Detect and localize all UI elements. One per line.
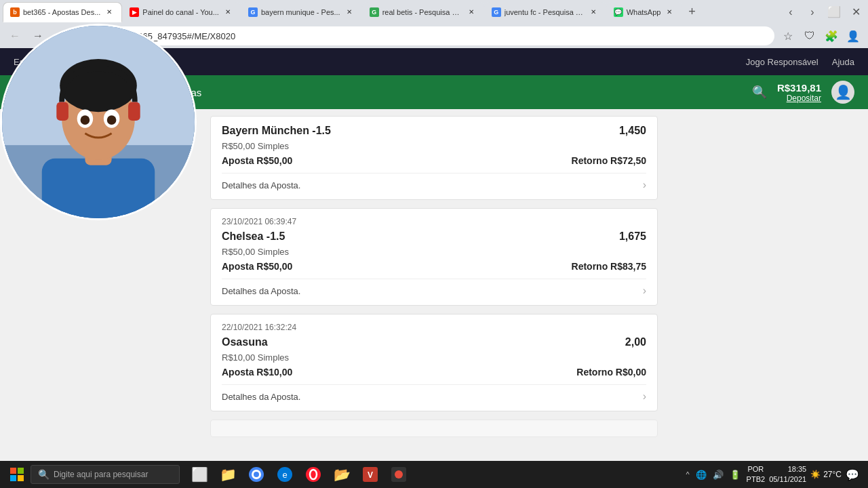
nav-jogo-responsavel[interactable]: Jogo Responsável: [746, 57, 818, 67]
notification-icon[interactable]: 💬: [846, 468, 859, 481]
svg-point-20: [254, 472, 259, 477]
tab-youtube[interactable]: ▶ Painel do canal - You... ✕: [122, 2, 241, 22]
tab-favicon-google3: G: [492, 7, 501, 17]
taskbar-lang-bottom: PTB2: [747, 474, 766, 485]
bet-odds-2: 1,675: [619, 230, 646, 243]
bookmark-icon[interactable]: ☆: [778, 26, 797, 45]
battery-icon[interactable]: 🔋: [728, 468, 743, 481]
tab-close-google3[interactable]: ✕: [588, 7, 599, 18]
taskbar: 🔍 Digite aqui para pesquisar ⬜ 📁 e: [0, 461, 868, 488]
tab-close-youtube[interactable]: ✕: [222, 7, 233, 18]
deposit-button[interactable]: Depositar: [787, 94, 821, 103]
tab-strip-right-btn[interactable]: ›: [803, 3, 822, 22]
balance-amount: R$319,81: [777, 82, 821, 94]
extensions-icon[interactable]: 🧩: [822, 26, 841, 45]
chrome-icon: [249, 467, 264, 482]
green-nav-right: 🔍 R$319,81 Depositar 👤: [752, 81, 854, 104]
svg-rect-14: [10, 468, 16, 474]
taskbar-file-explorer[interactable]: 📁: [215, 462, 241, 487]
tab-bar: b bet365 - Apostas Des... ✕ ▶ Painel do …: [0, 0, 868, 24]
tab-label-google2: real betis - Pesquisa G...: [382, 8, 462, 16]
taskbar-language: POR PTB2: [747, 464, 766, 485]
bet-details-arrow-3: ›: [643, 390, 646, 403]
taskbar-folder[interactable]: 📂: [329, 462, 355, 487]
bet-team-2: Chelsea -1.5: [222, 230, 285, 243]
balance-area: R$319,81 Depositar: [777, 82, 821, 103]
bet-odds-1: 1,450: [619, 125, 646, 137]
weather-temp: 27°C: [823, 470, 842, 479]
webcam-placeholder: [2, 26, 195, 218]
tab-label-google1: bayern munique - Pes...: [261, 8, 340, 16]
opera-icon: [306, 467, 321, 482]
shield-icon[interactable]: 🛡: [800, 26, 819, 45]
tab-favicon-youtube: ▶: [130, 7, 139, 17]
tab-google2[interactable]: G real betis - Pesquisa G... ✕: [362, 2, 484, 22]
svg-point-10: [81, 115, 90, 125]
bet-details-row-2[interactable]: Detalhes da Aposta. ›: [222, 279, 646, 297]
tab-google3[interactable]: G juventu fc - Pesquisa G... ✕: [484, 2, 606, 22]
taskbar-clock[interactable]: 18:35 05/11/2021: [769, 464, 806, 485]
tab-label-whatsapp: WhatsApp: [627, 8, 661, 16]
bet-team-row-3: Osasuna 2,00: [222, 336, 646, 348]
speaker-icon[interactable]: 🔊: [711, 468, 726, 481]
bet-aposta-1: Aposta R$50,00: [222, 155, 292, 166]
bet-card-3: 22/10/2021 16:32:24 Osasuna 2,00 R$10,00…: [210, 314, 658, 411]
tab-close-google1[interactable]: ✕: [344, 7, 355, 18]
network-icon[interactable]: 🌐: [694, 468, 709, 481]
taskbar-chrome[interactable]: [243, 462, 269, 487]
taskbar-search-icon: 🔍: [38, 469, 50, 480]
svg-rect-13: [128, 102, 140, 121]
bet-details-arrow-1: ›: [643, 179, 646, 191]
bet-details-row-3[interactable]: Detalhes da Aposta. ›: [222, 384, 646, 403]
bet-retorno-2: Retorno R$83,75: [572, 261, 646, 272]
bet-retorno-1: Retorno R$72,50: [572, 155, 646, 166]
profile-icon[interactable]: 👤: [844, 26, 863, 45]
bet-date-2: 23/10/2021 06:39:47: [222, 217, 646, 226]
taskbar-lang-top: POR: [747, 464, 766, 474]
svg-text:V: V: [368, 470, 373, 480]
bet-details-row-1[interactable]: Detalhes da Aposta. ›: [222, 173, 646, 191]
bet-amounts-2: Aposta R$50,00 Retorno R$83,75: [222, 261, 646, 272]
tab-bet365[interactable]: b bet365 - Apostas Des... ✕: [3, 2, 122, 22]
bet-retorno-3: Retorno R$0,00: [576, 367, 646, 378]
bet-details-label-2: Detalhes da Aposta.: [222, 286, 300, 296]
tab-close-whatsapp[interactable]: ✕: [664, 7, 675, 18]
search-icon[interactable]: 🔍: [752, 85, 767, 100]
taskbar-search-text: Digite aqui para pesquisar: [54, 470, 148, 479]
tab-whatsapp[interactable]: 💬 WhatsApp ✕: [606, 2, 683, 22]
address-input[interactable]: [75, 26, 774, 45]
tab-favicon-google2: G: [370, 7, 379, 17]
svg-rect-15: [18, 468, 24, 474]
bet-odds-3: 2,00: [625, 336, 646, 348]
new-tab-button[interactable]: +: [682, 3, 701, 22]
bet-details-label-1: Detalhes da Aposta.: [222, 180, 300, 190]
tab-label-google3: juventu fc - Pesquisa G...: [505, 8, 585, 16]
bet-aposta-3: Aposta R$10,00: [222, 367, 292, 378]
clock-date: 05/11/2021: [769, 474, 806, 485]
taskbar-opera[interactable]: [300, 462, 326, 487]
taskbar-chevron-icon[interactable]: ^: [686, 470, 689, 479]
taskbar-search[interactable]: 🔍 Digite aqui para pesquisar: [31, 465, 180, 484]
tab-favicon-google1: G: [248, 7, 258, 17]
user-avatar[interactable]: 👤: [831, 81, 854, 104]
close-window-btn[interactable]: ✕: [846, 3, 865, 22]
tab-close-google2[interactable]: ✕: [466, 7, 477, 18]
bet-team-3: Osasuna: [222, 336, 268, 348]
bet-type-1: R$50,00 Simples: [222, 141, 646, 151]
restore-window-btn[interactable]: ⬜: [825, 3, 844, 22]
start-button[interactable]: [3, 461, 31, 488]
taskbar-app8[interactable]: [386, 462, 412, 487]
back-button[interactable]: ←: [5, 26, 24, 45]
tab-close-bet365[interactable]: ✕: [104, 7, 115, 18]
top-nav-right: Jogo Responsável Ajuda: [746, 57, 854, 67]
tab-google1[interactable]: G bayern munique - Pes... ✕: [241, 2, 362, 22]
bet-type-3: R$10,00 Simples: [222, 352, 646, 363]
taskbar-edge[interactable]: e: [272, 462, 298, 487]
bet-card-4-partial: [210, 420, 658, 437]
red-app-icon: V: [363, 467, 378, 482]
tab-strip-left-btn[interactable]: ‹: [781, 3, 800, 22]
taskbar-app7[interactable]: V: [357, 462, 383, 487]
taskbar-task-view[interactable]: ⬜: [186, 462, 212, 487]
nav-ajuda[interactable]: Ajuda: [832, 57, 854, 67]
toolbar-icons: ☆ 🛡 🧩 👤: [778, 26, 863, 45]
